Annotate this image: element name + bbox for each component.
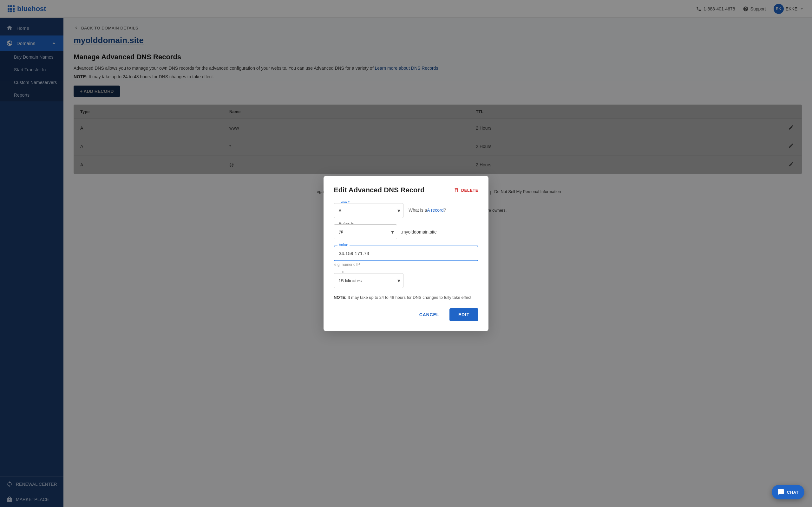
domain-suffix-label: .myolddomain.site (401, 229, 437, 234)
type-row: Type * A AAAA CNAME MX TXT SRV CAA ▾ Wha… (334, 203, 478, 218)
chat-button[interactable]: CHAT (772, 485, 804, 499)
refers-to-select[interactable]: @ www * (334, 224, 397, 239)
edit-dns-modal: Edit Advanced DNS Record DELETE Type * A… (323, 176, 489, 331)
refers-to-wrapper: Refers to @ www * ▾ (334, 224, 397, 239)
edit-button[interactable]: EDIT (450, 308, 478, 321)
type-select[interactable]: A AAAA CNAME MX TXT SRV CAA (334, 203, 403, 218)
ttl-select[interactable]: 1 Minute 5 Minutes 15 Minutes 30 Minutes… (334, 273, 403, 288)
modal-actions: CANCEL EDIT (334, 308, 478, 321)
a-record-link[interactable]: A record (427, 208, 444, 213)
ttl-select-container: 1 Minute 5 Minutes 15 Minutes 30 Minutes… (334, 273, 403, 288)
refers-to-row: Refers to @ www * ▾ .myolddomain.site (334, 224, 478, 239)
ip-hint: e.g. numeric IP (334, 262, 478, 267)
ttl-wrapper: TTL 1 Minute 5 Minutes 15 Minutes 30 Min… (334, 273, 403, 288)
refers-select-container: @ www * ▾ (334, 224, 397, 239)
type-field-group: Type * A AAAA CNAME MX TXT SRV CAA ▾ (334, 203, 403, 218)
ip-field-wrapper: Value (334, 245, 478, 261)
delete-record-button[interactable]: DELETE (454, 187, 478, 193)
type-select-wrapper: A AAAA CNAME MX TXT SRV CAA ▾ (334, 203, 403, 218)
modal-title: Edit Advanced DNS Record (334, 186, 424, 194)
ip-input[interactable] (334, 245, 478, 261)
modal-header: Edit Advanced DNS Record DELETE (334, 186, 478, 194)
trash-icon (454, 187, 459, 193)
chat-label: CHAT (787, 490, 799, 495)
chat-icon (777, 489, 784, 496)
what-is-record-info: What is a A record ? (409, 203, 446, 213)
modal-note: NOTE: It may take up to 24 to 48 hours f… (334, 294, 478, 301)
cancel-button[interactable]: CANCEL (414, 309, 444, 320)
ip-field-label: Value (338, 243, 350, 247)
modal-overlay[interactable]: Edit Advanced DNS Record DELETE Type * A… (0, 0, 812, 507)
